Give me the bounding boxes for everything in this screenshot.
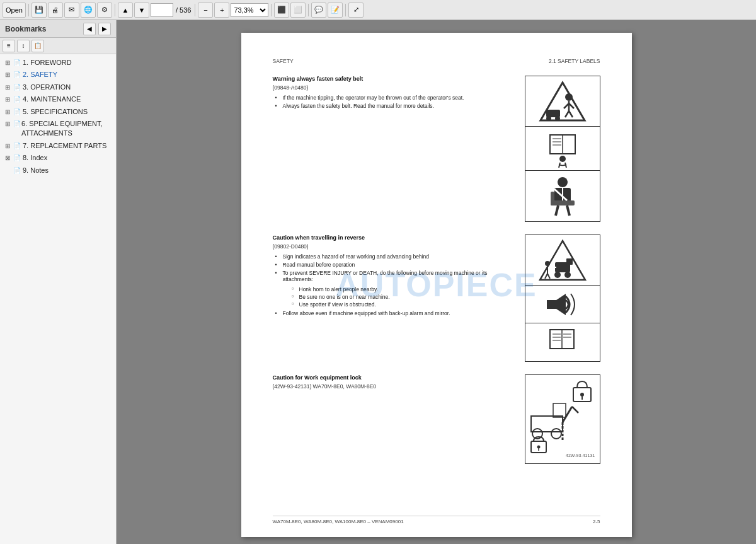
expander-icon: ⊞: [5, 120, 11, 129]
bullet-item: Follow above even if machine equipped wi…: [282, 310, 515, 316]
svg-line-45: [572, 407, 578, 413]
section-1-text: Warning always fasten safety belt (09848…: [273, 76, 515, 222]
bookmark-label: 7. REPLACEMENT PARTS: [23, 141, 106, 151]
section-2-title: Caution when travelling in reverse: [273, 234, 515, 241]
bullet-item: If the machine tipping, the operator may…: [282, 95, 515, 101]
tools-button[interactable]: ⚙: [97, 3, 112, 18]
section-1-title: Warning always fasten safety belt: [273, 76, 515, 82]
svg-text:42W-93-41131: 42W-93-41131: [566, 453, 595, 458]
sidebar-item-maintenance[interactable]: ⊞ 📄 4. MAINTENANCE: [0, 93, 116, 105]
panel-toolbar: ≡ ↕ 📋: [0, 38, 116, 54]
zoom-select[interactable]: 73,3% 50% 100% 150% 200%: [231, 3, 268, 17]
svg-point-29: [545, 261, 550, 266]
browse-button[interactable]: 🌐: [81, 3, 96, 18]
svg-point-9: [555, 116, 560, 121]
sidebar-item-specifications[interactable]: ⊞ 📄 5. SPECIFICATIONS: [0, 106, 116, 118]
svg-line-44: [563, 407, 572, 422]
expander-icon: ⊞: [5, 83, 11, 92]
header-right: 2.1 SAFETY LABELS: [549, 58, 600, 64]
page-header: SAFETY 2.1 SAFETY LABELS: [273, 58, 600, 64]
svg-line-21: [567, 205, 570, 216]
section-3-images: 42W-93-41131: [525, 374, 600, 464]
panel-options-button[interactable]: 📋: [32, 40, 44, 52]
prev-page-button[interactable]: ▲: [118, 3, 133, 18]
expander-icon: ⊞: [5, 142, 11, 151]
svg-rect-28: [566, 258, 573, 265]
fullscreen-button[interactable]: ⤢: [348, 3, 364, 18]
footer-right: 2-5: [593, 519, 600, 524]
safety-img-cell-4: [525, 235, 600, 286]
svg-point-43: [551, 429, 561, 439]
bookmark-label: 5. SPECIFICATIONS: [23, 107, 88, 117]
toolbar-separator-5: [308, 4, 309, 16]
bullet-item: Sign indicates a hazard of rear working …: [282, 253, 515, 260]
sidebar-item-index[interactable]: ⊠ 📄 8. Index: [0, 152, 116, 164]
toolbar-separator-3: [195, 4, 195, 16]
bullet-item: Always fasten the safety belt. Read the …: [282, 103, 515, 109]
main-layout: Bookmarks ◀ ▶ ≡ ↕ 📋 ⊞ 📄 1. FOREWORD ⊞ 📄 …: [0, 20, 756, 544]
page-input[interactable]: 51: [151, 3, 173, 17]
sidebar-item-replacement[interactable]: ⊞ 📄 7. REPLACEMENT PARTS: [0, 140, 116, 152]
svg-point-26: [554, 272, 561, 278]
expand-panel-button[interactable]: ▶: [98, 23, 111, 35]
section-2-extra: Follow above even if machine equipped wi…: [282, 310, 515, 316]
section-1: Warning always fasten safety belt (09848…: [273, 76, 600, 222]
bookmark-icon: 📄: [13, 120, 20, 129]
sidebar-item-notes[interactable]: 📄 9. Notes: [0, 165, 116, 177]
section-3: Caution for Work equipment lock (42W-93-…: [273, 374, 600, 464]
section-3-text: Caution for Work equipment lock (42W-93-…: [273, 374, 515, 464]
page-total: / 536: [176, 6, 191, 14]
toolbar-separator-1: [28, 4, 29, 16]
sidebar-item-safety[interactable]: ⊞ 📄 2. SAFETY: [0, 69, 116, 81]
sub-bullet: Be sure no one is on or near machine.: [299, 294, 515, 300]
page-footer: WA70M-8E0, WA80M-8E0, WA100M-8E0 – VENAM…: [273, 516, 600, 524]
content-area[interactable]: SAFETY 2.1 SAFETY LABELS AUTOPIECE Warni…: [117, 20, 756, 544]
markup-button[interactable]: 📝: [328, 3, 343, 18]
fit-page-button[interactable]: ⬜: [290, 3, 306, 18]
svg-point-16: [558, 177, 568, 187]
panel-sort-button[interactable]: ↕: [17, 40, 30, 52]
safety-img-cell-1: [525, 76, 600, 127]
section-2-bullets: Sign indicates a hazard of rear working …: [282, 253, 515, 282]
svg-point-27: [564, 272, 571, 278]
open-button[interactable]: Open: [3, 3, 26, 18]
bookmark-label: 3. OPERATION: [23, 83, 71, 92]
zoom-in-button[interactable]: +: [214, 3, 229, 18]
zoom-out-button[interactable]: −: [198, 3, 213, 18]
section-2-code: (09802-D0480): [273, 243, 515, 250]
bookmarks-tree[interactable]: ⊞ 📄 1. FOREWORD ⊞ 📄 2. SAFETY ⊞ 📄 3. OPE…: [0, 54, 116, 544]
comment-button[interactable]: 💬: [311, 3, 326, 18]
sidebar-item-operation[interactable]: ⊞ 📄 3. OPERATION: [0, 81, 116, 93]
section-1-images: [525, 76, 600, 222]
section-2-text: Caution when travelling in reverse (0980…: [273, 234, 515, 362]
email-button[interactable]: ✉: [64, 3, 79, 18]
safety-image-2: [525, 234, 600, 362]
section-3-title: Caution for Work equipment lock: [273, 374, 515, 381]
collapse-panel-button[interactable]: ◀: [83, 23, 96, 35]
fit-width-button[interactable]: ⬛: [274, 3, 289, 18]
sidebar-item-special-equipment[interactable]: ⊞ 📄 6. SPECIAL EQUIPMENT, ATTACHMENTS: [0, 118, 116, 140]
bookmark-label: 1. FOREWORD: [23, 58, 72, 67]
panel-header: Bookmarks ◀ ▶: [0, 20, 116, 38]
sidebar-item-foreword[interactable]: ⊞ 📄 1. FOREWORD: [0, 57, 116, 69]
expander-icon: ⊞: [5, 108, 11, 117]
expander-icon: ⊠: [5, 154, 11, 163]
panel-title: Bookmarks: [5, 25, 46, 33]
toolbar-separator-2: [115, 4, 115, 16]
toolbar-separator-6: [345, 4, 346, 16]
print-button[interactable]: 🖨: [48, 3, 63, 18]
bookmark-label: 4. MAINTENANCE: [23, 95, 81, 104]
panel-list-button[interactable]: ≡: [3, 40, 15, 52]
safety-image-3: 42W-93-41131: [525, 374, 600, 464]
section-2: Caution when travelling in reverse (0980…: [273, 234, 600, 362]
toolbar-separator-4: [271, 4, 272, 16]
next-page-button[interactable]: ▼: [134, 3, 149, 18]
svg-point-47: [580, 393, 584, 396]
section-1-code: (09848-A0480): [273, 84, 515, 91]
toolbar: Open 💾 🖨 ✉ 🌐 ⚙ ▲ ▼ 51 / 536 − + 73,3% 50…: [0, 0, 756, 20]
bookmark-label: 8. Index: [23, 153, 47, 163]
bookmark-icon: 📄: [13, 59, 21, 67]
bookmark-icon: 📄: [13, 95, 21, 104]
save-button[interactable]: 💾: [32, 3, 47, 18]
bookmark-icon: 📄: [13, 142, 21, 151]
